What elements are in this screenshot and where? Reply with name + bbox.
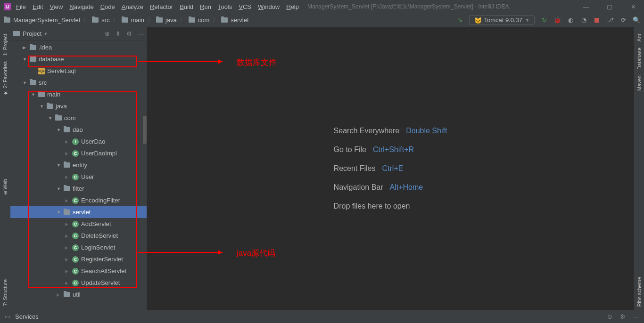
expand-icon[interactable]: ⇕ — [116, 30, 121, 37]
select-opened-icon[interactable]: ⊕ — [105, 30, 110, 37]
maximize-button[interactable]: ▢ — [603, 3, 617, 10]
tree-item-deleteservlet[interactable]: CDeleteServlet — [10, 230, 147, 242]
menu-file[interactable]: File — [16, 3, 26, 10]
tool-window-button--structure[interactable]: 7: Structure — [2, 279, 8, 306]
run-configuration-dropdown[interactable]: 🐱 Tomcat 9.0.37 ▼ — [469, 15, 535, 25]
tree-arrow[interactable] — [23, 57, 27, 62]
tree-arrow[interactable] — [57, 128, 61, 132]
tree-arrow[interactable] — [65, 281, 70, 285]
tomcat-icon: 🐱 — [474, 17, 481, 24]
tree-arrow[interactable] — [57, 186, 61, 191]
tree-item-label: DeleteServlet — [81, 232, 118, 239]
tool-window-button-ribs-scheme[interactable]: Ribs scheme — [636, 277, 642, 307]
git-icon[interactable]: ⎇ — [606, 16, 614, 24]
tree-arrow[interactable] — [65, 151, 70, 156]
tree-item-com[interactable]: com — [10, 112, 147, 124]
tree-item-util[interactable]: util — [10, 289, 147, 300]
tree-arrow[interactable] — [65, 245, 70, 250]
tree-arrow[interactable] — [57, 292, 61, 297]
tree-arrow[interactable] — [65, 234, 70, 238]
lock-icon[interactable]: — — [633, 313, 639, 320]
tree-item-addservlet[interactable]: CAddServlet — [10, 218, 147, 230]
tree-arrow[interactable] — [23, 45, 27, 50]
tree-arrow[interactable] — [48, 116, 53, 121]
search-icon[interactable]: 🔍 — [633, 16, 640, 24]
tool-window-button--favorites[interactable]: ★ 2: Favorites — [2, 61, 8, 96]
coverage-icon[interactable]: ◐ — [567, 16, 574, 24]
menu-analyze[interactable]: Analyze — [122, 3, 143, 10]
breadcrumb-item[interactable]: java — [165, 16, 177, 24]
menu-build[interactable]: Build — [180, 3, 193, 10]
tree-arrow[interactable] — [65, 139, 70, 144]
menu-tools[interactable]: Tools — [218, 3, 232, 10]
tree-item-servlet[interactable]: servlet — [10, 206, 147, 218]
tree-arrow[interactable] — [40, 104, 44, 109]
tree-item--idea[interactable]: .idea — [10, 41, 147, 53]
tree-item-main[interactable]: main — [10, 89, 147, 100]
tree-arrow[interactable] — [65, 257, 70, 262]
tool-window-button-database[interactable]: Database — [636, 48, 642, 70]
tree-item-userdaoimpl[interactable]: CUserDaoImpl — [10, 147, 147, 159]
tree-item-java[interactable]: java — [10, 100, 147, 112]
breadcrumb-item[interactable]: com — [198, 16, 210, 24]
tree-item-loginservlet[interactable]: CLoginServlet — [10, 242, 147, 253]
profile-icon[interactable]: ◔ — [580, 16, 587, 24]
tree-item-entity[interactable]: entity — [10, 159, 147, 171]
folder-icon — [156, 17, 163, 23]
tree-item-servlet-sql[interactable]: SQLServlet.sql — [10, 65, 147, 77]
breadcrumb-item[interactable]: src — [101, 16, 109, 24]
gear-icon[interactable]: ⚙ — [126, 30, 132, 37]
menu-view[interactable]: View — [50, 3, 63, 10]
tree-arrow[interactable] — [65, 198, 70, 203]
scrollbar[interactable] — [143, 116, 147, 144]
events-icon[interactable]: ⊙ — [607, 313, 612, 320]
menu-code[interactable]: Code — [100, 3, 115, 10]
tree-item-user[interactable]: CUser — [10, 171, 147, 183]
breadcrumb-item[interactable]: servlet — [231, 16, 248, 24]
tree-item-registerservlet[interactable]: CRegisterServlet — [10, 253, 147, 265]
menu-vcs[interactable]: VCS — [239, 3, 251, 10]
stop-icon[interactable] — [593, 16, 601, 24]
menu-navigate[interactable]: Navigate — [69, 3, 93, 10]
tree-arrow[interactable] — [65, 269, 70, 274]
tree-arrow[interactable] — [57, 210, 61, 215]
tree-item-userdao[interactable]: IUserDao — [10, 136, 147, 147]
breadcrumb-item[interactable]: main — [131, 16, 144, 24]
tree-arrow[interactable] — [65, 222, 70, 226]
settings-icon[interactable]: ⚙ — [620, 313, 626, 320]
tree-item-searchallservlet[interactable]: CSearchAllServlet — [10, 265, 147, 277]
update-icon[interactable]: ⟳ — [619, 16, 627, 24]
hide-icon[interactable]: — — [138, 30, 144, 37]
tree-arrow[interactable] — [57, 163, 61, 168]
tree-item-updateservlet[interactable]: CUpdateServlet — [10, 277, 147, 289]
minimize-button[interactable]: — — [579, 3, 593, 10]
menu-run[interactable]: Run — [200, 3, 211, 10]
tree-item-database[interactable]: database — [10, 53, 147, 65]
project-tree[interactable]: .ideadatabaseSQLServlet.sqlsrcmainjavaco… — [10, 40, 147, 310]
services-tool-button[interactable]: Services — [15, 313, 39, 320]
chevron-down-icon[interactable]: ▼ — [43, 32, 48, 36]
debug-icon[interactable]: 🐞 — [553, 16, 561, 24]
class-icon: C — [72, 220, 79, 228]
show-tool-windows-icon[interactable]: ▭ — [5, 313, 10, 320]
tree-item-filter[interactable]: filter — [10, 183, 147, 194]
close-button[interactable]: ✕ — [626, 3, 640, 10]
tool-window-button-maven[interactable]: Maven — [636, 75, 642, 91]
tree-item-src[interactable]: src — [10, 77, 147, 89]
breadcrumb-item[interactable]: ManagerSystem_Servlet — [13, 16, 80, 24]
tool-window-button--project[interactable]: 1: Project — [2, 34, 8, 56]
tree-item-dao[interactable]: dao — [10, 124, 147, 136]
tree-arrow[interactable] — [65, 175, 70, 179]
tree-item-encodingfilter[interactable]: CEncodingFilter — [10, 194, 147, 206]
hammer-icon[interactable]: ↘ — [456, 16, 463, 24]
menu-edit[interactable]: Edit — [33, 3, 43, 10]
tool-window-button-ant[interactable]: Ant — [636, 34, 642, 42]
menu-window[interactable]: Window — [258, 3, 280, 10]
folder-icon — [4, 17, 10, 23]
menu-help[interactable]: Help — [286, 3, 299, 10]
tree-arrow[interactable] — [31, 92, 36, 97]
run-icon[interactable]: ↻ — [540, 16, 548, 24]
tree-arrow[interactable] — [23, 81, 27, 85]
tool-window-button-web[interactable]: ⊕ Web — [2, 179, 8, 195]
menu-refactor[interactable]: Refactor — [150, 3, 173, 10]
